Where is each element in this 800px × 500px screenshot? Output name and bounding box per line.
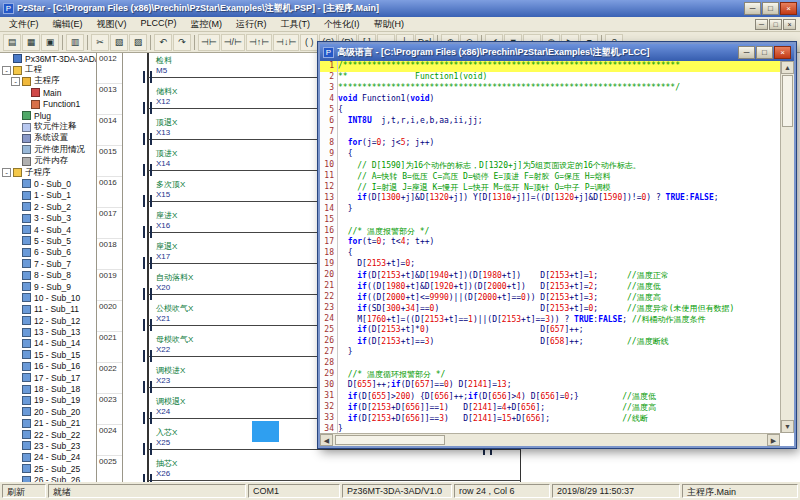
menu-item-0[interactable]: 文件(F) (2, 17, 46, 32)
tree-expander-icon[interactable]: - (2, 168, 11, 177)
code-horizontal-scrollbar[interactable]: ◀ ▶ (320, 433, 780, 446)
toolbar-new-icon[interactable]: ▤ (3, 34, 21, 51)
tree-item[interactable]: 7 - Sub_7 (0, 258, 96, 269)
toolbar-contact-rising-icon[interactable]: ⊣↑⊢ (246, 34, 272, 51)
toolbar-save-icon[interactable]: ▣ (41, 34, 59, 51)
toolbar-open-icon[interactable]: ▦ (22, 34, 40, 51)
tree-item[interactable]: 25 - Sub_25 (0, 463, 96, 474)
tree-item-label: 18 - Sub_18 (34, 384, 80, 394)
tree-item[interactable]: 4 - Sub_4 (0, 224, 96, 235)
toolbar-print-icon[interactable]: ▥ (66, 34, 84, 51)
ladder-row-number: 0013 (97, 84, 122, 115)
code-line: { (338, 248, 780, 259)
tree-item[interactable]: Px36MT-3DA-3AD/V1.0 (0, 53, 96, 64)
code-line-number: 16 (320, 226, 337, 237)
menu-item-5[interactable]: 运行(R) (229, 17, 274, 32)
tree-item[interactable]: 1 - Sub_1 (0, 190, 96, 201)
toolbar-redo-icon[interactable]: ↷ (173, 34, 191, 51)
toolbar-contact-closed-icon[interactable]: ⊣/⊢ (221, 34, 245, 51)
close-button[interactable]: × (780, 2, 797, 15)
vertical-scroll-thumb[interactable] (782, 75, 793, 127)
tree-item[interactable]: 12 - Sub_12 (0, 315, 96, 326)
tree-item[interactable]: 8 - Sub_8 (0, 269, 96, 280)
toolbar-copy-icon[interactable]: ▧ (110, 34, 128, 51)
ladder-row[interactable]: 抽芯XX26 (123, 456, 800, 482)
contact-bar-icon (143, 381, 145, 393)
tree-item[interactable]: 16 - Sub_16 (0, 361, 96, 372)
tree-item[interactable]: 10 - Sub_10 (0, 292, 96, 303)
tree-item[interactable]: 23 - Sub_23 (0, 440, 96, 451)
tree-sub-icon (22, 305, 31, 314)
menu-item-2[interactable]: 视图(V) (90, 17, 134, 32)
tree-ladder-icon (31, 88, 40, 97)
maximize-button[interactable]: □ (762, 2, 779, 15)
tree-item[interactable]: 11 - Sub_11 (0, 304, 96, 315)
tree-item[interactable]: 元件使用情况 (0, 144, 96, 155)
tree-item[interactable]: 系统设置 (0, 133, 96, 144)
toolbar-contact-falling-icon[interactable]: ⊣↓⊢ (273, 34, 299, 51)
menu-item-1[interactable]: 编辑(E) (46, 17, 90, 32)
tree-item[interactable]: 26 - Sub_26 (0, 474, 96, 482)
tree-item[interactable]: 19 - Sub_19 (0, 395, 96, 406)
code-text-area[interactable]: /***************************************… (338, 61, 780, 433)
tree-item[interactable]: 15 - Sub_15 (0, 349, 96, 360)
tree-item[interactable]: 9 - Sub_9 (0, 281, 96, 292)
toolbar-coil-icon[interactable]: ( ) (300, 34, 318, 51)
tree-item[interactable]: 2 - Sub_2 (0, 201, 96, 212)
code-line-number: 25 (320, 325, 337, 336)
toolbar-undo-icon[interactable]: ↶ (154, 34, 172, 51)
tree-item[interactable]: -工程 (0, 64, 96, 75)
tree-item[interactable]: 5 - Sub_5 (0, 235, 96, 246)
tree-expander-icon[interactable]: - (2, 66, 11, 75)
tree-item[interactable]: -子程序 (0, 167, 96, 178)
code-minimize-button[interactable]: ─ (738, 46, 755, 59)
tree-item[interactable]: 3 - Sub_3 (0, 212, 96, 223)
code-vertical-scrollbar[interactable]: ▲ ▼ (780, 61, 794, 433)
scroll-right-arrow-icon[interactable]: ▶ (767, 434, 780, 446)
tree-item[interactable]: 20 - Sub_20 (0, 406, 96, 417)
tree-item[interactable]: 18 - Sub_18 (0, 383, 96, 394)
minimize-button[interactable]: ─ (744, 2, 761, 15)
tree-item[interactable]: 22 - Sub_22 (0, 429, 96, 440)
menu-item-4[interactable]: 监控(M) (184, 17, 230, 32)
menu-item-3[interactable]: PLCC(P) (134, 17, 184, 32)
menu-item-7[interactable]: 个性化(I) (317, 17, 367, 32)
toolbar-paste-icon[interactable]: ▨ (129, 34, 147, 51)
mdi-window-controls: ─ □ × (755, 19, 798, 30)
ladder-comment: 座进X (156, 210, 177, 221)
menu-item-6[interactable]: 工具(T) (274, 17, 318, 32)
tree-item[interactable]: 24 - Sub_24 (0, 452, 96, 463)
mdi-restore-button[interactable]: □ (769, 19, 782, 30)
mdi-minimize-button[interactable]: ─ (755, 19, 768, 30)
tree-item[interactable]: Function1 (0, 99, 96, 110)
horizontal-scroll-thumb[interactable] (335, 435, 445, 445)
code-line-number: 31 (320, 391, 337, 402)
toolbar-cut-icon[interactable]: ✂ (91, 34, 109, 51)
tree-item[interactable]: 元件内存 (0, 156, 96, 167)
scroll-down-arrow-icon[interactable]: ▼ (781, 420, 794, 433)
scroll-up-arrow-icon[interactable]: ▲ (781, 61, 794, 74)
tree-item[interactable]: -主程序 (0, 76, 96, 87)
tree-item[interactable]: Plug (0, 110, 96, 121)
code-close-button[interactable]: × (774, 46, 791, 59)
tree-item[interactable]: 21 - Sub_21 (0, 418, 96, 429)
tree-item[interactable]: 17 - Sub_17 (0, 372, 96, 383)
tree-item[interactable]: 14 - Sub_14 (0, 338, 96, 349)
code-maximize-button[interactable]: □ (756, 46, 773, 59)
tree-item[interactable]: 0 - Sub_0 (0, 178, 96, 189)
mdi-close-button[interactable]: × (783, 19, 796, 30)
menu-item-8[interactable]: 帮助(H) (367, 17, 412, 32)
tree-sub-icon (22, 453, 31, 462)
tree-item[interactable]: 6 - Sub_6 (0, 247, 96, 258)
code-line-number: 6 (320, 116, 337, 127)
tree-expander-icon[interactable]: - (11, 77, 20, 86)
code-line-number: 13 (320, 193, 337, 204)
scroll-left-arrow-icon[interactable]: ◀ (320, 434, 333, 446)
tree-item[interactable]: Main (0, 87, 96, 98)
tree-item[interactable]: 软元件注释 (0, 121, 96, 132)
tree-item-label: 26 - Sub_26 (34, 475, 80, 482)
toolbar-contact-open-icon[interactable]: ⊣⊢ (198, 34, 220, 51)
code-line-number: 24 (320, 314, 337, 325)
tree-item[interactable]: 13 - Sub_13 (0, 326, 96, 337)
ladder-row-number: 0025 (97, 456, 122, 482)
